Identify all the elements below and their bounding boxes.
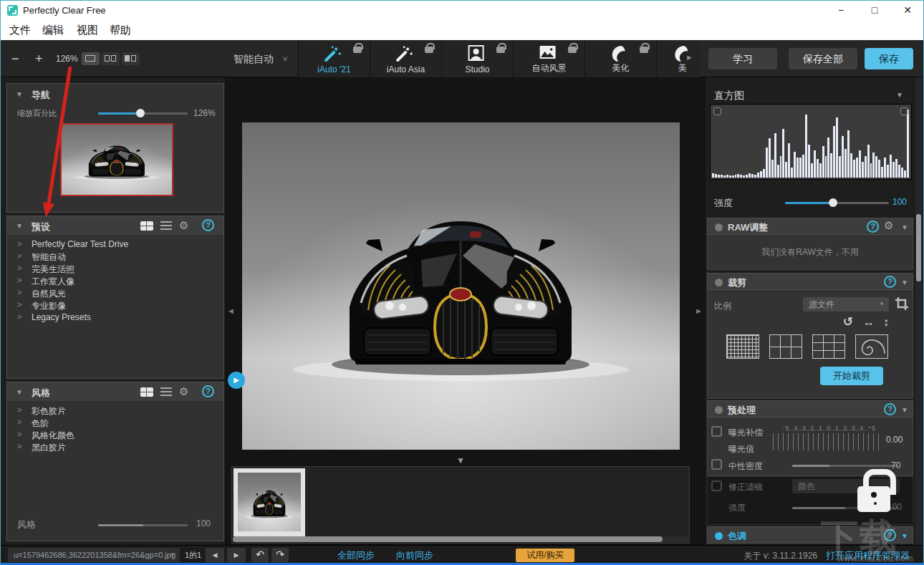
prev-photo-button[interactable]: ◀ [206,548,224,562]
list-item[interactable]: >黑白胶片 [7,442,223,454]
nd-slider[interactable] [792,465,898,467]
exposure-ruler-ticks[interactable] [773,433,883,450]
crop-header[interactable]: 裁剪 ? ▼ [707,273,913,290]
undo-button[interactable]: ↶ [251,548,269,562]
list-item[interactable]: >Legacy Presets [7,312,223,324]
start-crop-button[interactable]: 开始裁剪 [820,367,883,385]
list-item[interactable]: >Perfectly Clear Test Drive [7,239,223,251]
layout-split-button[interactable] [102,52,120,65]
sync-all-button[interactable]: 全部同步 [337,549,375,562]
list-view-icon[interactable] [160,221,172,230]
collapse-icon[interactable]: ▼ [901,532,908,540]
menu-view[interactable]: 视图 [77,24,98,37]
tab-scroll-right-icon[interactable]: ► [685,53,693,62]
collapse-icon[interactable]: ▼ [901,279,908,286]
help-icon[interactable]: ? [867,221,879,233]
gear-icon[interactable]: ⚙ [179,385,188,398]
collapse-icon[interactable]: ▼ [896,91,903,99]
enable-dot-icon[interactable] [715,279,723,286]
highlight-clip-checkbox[interactable] [900,107,908,115]
preprocess-header[interactable]: 预处理 ? ▼ [707,400,913,417]
main-photo[interactable] [242,122,680,450]
enable-dot-icon[interactable] [715,532,723,540]
collapse-icon[interactable]: ▼ [16,222,23,230]
filmstrip-thumbnail[interactable] [234,468,305,536]
flip-horizontal-icon[interactable]: ↔ [863,316,875,329]
list-item[interactable]: >风格化颜色 [7,430,223,442]
save-button[interactable]: 保存 [865,48,913,69]
ratio-select[interactable]: 源文件 ▼ [803,297,889,312]
zoom-in-button[interactable]: + [35,52,43,67]
right-scrollbar[interactable] [915,77,922,545]
tab-iauto21[interactable]: iAuto '21 [298,40,370,77]
tab-studio[interactable]: Studio [441,40,513,77]
list-item[interactable]: >彩色胶片 [7,405,223,417]
list-item[interactable]: >专业影像 [7,300,223,312]
layout-single-button[interactable] [82,52,100,65]
flip-vertical-icon[interactable]: ↕ [883,316,889,329]
crop-grid-6cell-button[interactable] [769,334,802,359]
grid-view-icon[interactable] [140,387,153,397]
list-item[interactable]: >完美生活照 [7,264,223,276]
layout-sidebyside-button[interactable] [122,52,140,65]
open-app-manager-link[interactable]: 打开应用程序管理器 [826,549,910,562]
enable-dot-icon[interactable] [715,223,723,231]
collapse-icon[interactable]: ▼ [901,406,908,414]
collapse-left-panel-icon[interactable]: ◄ [227,306,235,315]
trial-buy-button[interactable]: 试用/购买 [516,549,574,562]
next-photo-button[interactable]: ▶ [227,548,246,562]
sync-forward-button[interactable]: 向前同步 [396,549,433,562]
before-after-play-button[interactable]: ▶ [228,372,245,389]
help-icon[interactable]: ? [884,276,896,288]
rotate-icon[interactable]: ↺ [843,314,853,329]
collapse-icon[interactable]: ▼ [16,388,23,396]
filmstrip-toggle-icon[interactable]: ▼ [456,455,465,465]
list-item[interactable]: >工作室人像 [7,276,223,288]
menu-edit[interactable]: 编辑 [42,24,64,37]
menu-help[interactable]: 帮助 [110,24,131,37]
help-icon[interactable]: ? [884,529,896,541]
navigator-thumbnail[interactable] [60,123,173,196]
tab-iauto-asia[interactable]: iAuto Asia [370,40,441,77]
gear-icon[interactable]: ⚙ [884,219,893,232]
list-item[interactable]: >色阶 [7,417,223,430]
help-icon[interactable]: ? [202,385,214,397]
filmstrip-scrollbar-thumb[interactable] [233,536,663,542]
chevron-down-icon[interactable]: ˅ [283,54,287,63]
crop-tool-icon[interactable] [895,296,909,311]
file-select[interactable]: u=1579462686,3622201358&fm=26&gp=0.jpg ▼ [8,548,180,562]
zoom-out-button[interactable]: − [11,52,19,67]
learn-button[interactable]: 学习 [708,48,777,69]
maximize-button[interactable]: □ [864,3,885,17]
list-item[interactable]: >智能自动 [7,251,223,264]
help-icon[interactable]: ? [884,403,896,415]
grid-view-icon[interactable] [140,221,153,231]
exposure-checkbox[interactable] [711,426,722,437]
tab-auto-landscape[interactable]: 自动风景 [513,40,584,77]
crop-grid-spiral-button[interactable] [855,334,888,359]
enable-dot-icon[interactable] [715,406,723,414]
strength-slider[interactable] [785,202,889,204]
crop-grid-mesh-button[interactable] [726,334,759,359]
raw-header[interactable]: RAW调整 ? ⚙ ▼ [707,218,913,235]
save-all-button[interactable]: 保存全部 [789,48,857,69]
list-item[interactable]: >自然风光 [7,288,223,300]
redo-button[interactable]: ↷ [271,548,289,562]
look-strength-slider[interactable] [98,524,188,526]
shadow-clip-checkbox[interactable] [713,107,721,115]
collapse-right-panel-icon[interactable]: ► [695,306,703,315]
right-scrollbar-thumb[interactable] [916,214,921,281]
nd-checkbox[interactable] [711,459,722,470]
help-icon[interactable]: ? [202,219,214,231]
close-button[interactable]: ✕ [897,3,918,17]
crop-grid-thirds-button[interactable] [812,334,845,359]
minimize-button[interactable]: − [830,3,852,17]
tone-header[interactable]: 色调 ? ▼ [707,526,913,544]
zoom-slider[interactable] [98,112,188,115]
gear-icon[interactable]: ⚙ [179,219,188,232]
list-view-icon[interactable] [160,387,172,396]
menu-file[interactable]: 文件 [9,24,31,37]
lens-checkbox[interactable] [711,481,722,491]
smart-auto-dropdown[interactable]: 智能自动 [234,53,274,66]
tab-beautify[interactable]: 美化 [584,40,656,77]
